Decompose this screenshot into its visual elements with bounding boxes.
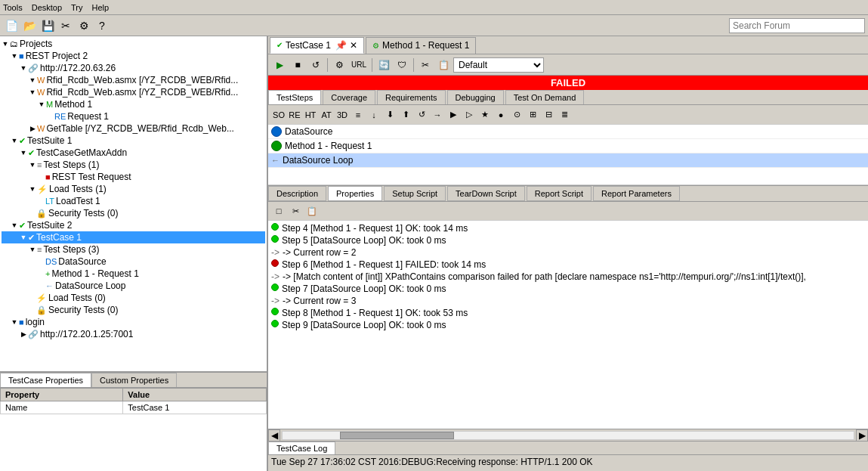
tree-datasource[interactable]: DS DataSource <box>2 256 265 268</box>
sub-tab-teardown-script[interactable]: TearDown Script <box>447 186 525 201</box>
copy-step-button[interactable]: HT <box>303 107 318 122</box>
sub-tab-report-params[interactable]: Report Parameters <box>593 186 680 201</box>
tab-teststeps[interactable]: TestSteps <box>268 90 321 104</box>
tree-login-endpoint[interactable]: ▶ 🔗 http://172.20.1.25:7001 <box>2 328 265 340</box>
step-btn-11[interactable]: ⊙ <box>509 107 524 122</box>
expand-projects[interactable]: ▼ <box>2 40 9 48</box>
sub-tab-report-script[interactable]: Report Script <box>527 186 592 201</box>
expand-rest-project[interactable]: ▼ <box>11 52 18 60</box>
step-btn-14[interactable]: ≣ <box>557 107 572 122</box>
tree-wsdl-1[interactable]: ▼ W Rfid_Rcdb_Web.asmx [/YZ_RCDB_WEB/Rfi… <box>2 74 265 86</box>
options-button[interactable]: ⚙ <box>331 57 348 73</box>
expand-teststeps-1[interactable]: ▼ <box>29 161 36 169</box>
cut-button[interactable]: ✂ <box>57 17 74 34</box>
step-btn-4[interactable]: ⬆ <box>398 107 413 122</box>
menu-desktop[interactable]: Desktop <box>32 3 62 12</box>
tree-request-1[interactable]: RE Request 1 <box>2 110 265 122</box>
search-input[interactable] <box>729 18 865 33</box>
expand-login[interactable]: ▼ <box>11 318 18 326</box>
tree-testsuite-2[interactable]: ▼ ✔ TestSuite 2 <box>2 219 265 231</box>
expand-endpoint-1[interactable]: ▼ <box>20 64 27 72</box>
tab-method-request[interactable]: ⚙ Method 1 - Request 1 <box>366 37 476 54</box>
scroll-track[interactable] <box>282 431 854 440</box>
move-down-button[interactable]: 3D <box>335 107 350 122</box>
sub-tab-properties[interactable]: Properties <box>328 186 382 201</box>
tree-testsuite-1[interactable]: ▼ ✔ TestSuite 1 <box>2 135 265 147</box>
tree-load-tests-1[interactable]: ▼ ⚡ Load Tests (1) <box>2 183 265 195</box>
scissors-button[interactable]: ✂ <box>417 57 434 73</box>
sub-tab-setup-script[interactable]: Setup Script <box>384 186 446 201</box>
add-step-button[interactable]: SO <box>271 107 286 122</box>
step-btn-7[interactable]: ▶ <box>446 107 461 122</box>
expand-testsuite-2[interactable]: ▼ <box>11 222 18 229</box>
tree-testcasegetmax[interactable]: ▼ ✔ TestCaseGetMaxAddn <box>2 147 265 159</box>
reset-button[interactable]: ↺ <box>307 57 324 73</box>
list-item-datasource[interactable]: DataSource <box>268 125 868 139</box>
tree-method-request[interactable]: + Method 1 - Request 1 <box>2 268 265 280</box>
expand-testcase-1[interactable]: ▼ <box>20 234 27 241</box>
tree-load-tests-0[interactable]: ⚡ Load Tests (0) <box>2 292 265 304</box>
remove-step-button[interactable]: RE <box>287 107 302 122</box>
tab-pin-icon[interactable]: 📌 <box>335 40 347 51</box>
step-btn-13[interactable]: ⊟ <box>541 107 556 122</box>
step-btn-6[interactable]: → <box>430 107 445 122</box>
refresh-button[interactable]: 🔄 <box>375 57 392 73</box>
step-btn-8[interactable]: ▷ <box>462 107 477 122</box>
expand-testcasegetmax[interactable]: ▼ <box>20 149 27 156</box>
expand-method-1[interactable]: ▼ <box>38 101 45 108</box>
step-btn-1[interactable]: ≡ <box>351 107 366 122</box>
menu-tools[interactable]: Tools <box>3 3 23 12</box>
tree-projects-header[interactable]: ▼ 🗂 Projects <box>2 38 265 50</box>
tree-loadtest-1[interactable]: LT LoadTest 1 <box>2 195 265 207</box>
tree-rest-test-request[interactable]: ■ REST Test Request <box>2 171 265 183</box>
move-up-button[interactable]: AT <box>319 107 334 122</box>
step-btn-5[interactable]: ↺ <box>414 107 429 122</box>
expand-load-tests-1[interactable]: ▼ <box>29 185 36 193</box>
step-btn-12[interactable]: ⊞ <box>525 107 540 122</box>
expand-wsdl-1[interactable]: ▼ <box>29 76 36 84</box>
tree-testcase-1[interactable]: ▼ ✔ TestCase 1 <box>2 231 265 243</box>
step-btn-2[interactable]: ↓ <box>366 107 381 122</box>
scroll-right-btn[interactable]: ▶ <box>856 429 868 442</box>
copy-log-button[interactable]: 📋 <box>304 203 320 218</box>
run-log-button[interactable]: □ <box>271 203 286 218</box>
tab-debugging[interactable]: Debugging <box>447 90 504 104</box>
expand-login-endpoint[interactable]: ▶ <box>20 330 27 338</box>
shield-button[interactable]: 🛡 <box>394 57 410 73</box>
step-btn-3[interactable]: ⬇ <box>382 107 397 122</box>
menu-help[interactable]: Help <box>92 3 110 12</box>
tab-testcase-1[interactable]: ✔ TestCase 1 📌 ✕ <box>270 37 364 54</box>
menu-try[interactable]: Try <box>71 3 82 12</box>
expand-wsdl-2[interactable]: ▼ <box>29 88 36 96</box>
tree-security-1[interactable]: 🔒 Security Tests (0) <box>2 207 265 219</box>
tab-test-on-demand[interactable]: Test On Demand <box>505 90 585 104</box>
open-button[interactable]: 📂 <box>21 17 38 34</box>
tab-coverage[interactable]: Coverage <box>323 90 375 104</box>
tree-method-1[interactable]: ▼ M Method 1 <box>2 98 265 110</box>
expand-teststeps-3[interactable]: ▼ <box>29 246 36 253</box>
step-btn-10[interactable]: ● <box>493 107 508 122</box>
settings-button[interactable]: ⚙ <box>76 17 92 34</box>
tree-endpoint-1[interactable]: ▼ 🔗 http://172.20.63.26 <box>2 62 265 74</box>
scissors-log-button[interactable]: ✂ <box>288 203 303 218</box>
run-button[interactable]: ▶ <box>271 57 288 73</box>
expand-testsuite-1[interactable]: ▼ <box>11 137 18 144</box>
tab-testcase-log[interactable]: TestCase Log <box>268 442 335 454</box>
tab-close-icon[interactable]: ✕ <box>350 40 357 51</box>
step-btn-9[interactable]: ★ <box>477 107 493 122</box>
tab-custom-properties[interactable]: Custom Properties <box>91 373 177 387</box>
tree-teststeps-3[interactable]: ▼ ≡ Test Steps (3) <box>2 243 265 256</box>
tree-wsdl-2[interactable]: ▼ W Rfid_Rcdb_Web.asmx [/YZ_RCDB_WEB/Rfi… <box>2 86 265 98</box>
tab-testcase-properties[interactable]: TestCase Properties <box>0 373 91 387</box>
tree-login[interactable]: ▼ ■ login <box>2 316 265 328</box>
copy-button[interactable]: 📋 <box>435 57 452 73</box>
sub-tab-description[interactable]: Description <box>268 186 326 201</box>
expand-gettable[interactable]: ▶ <box>29 125 36 132</box>
help-button[interactable]: ? <box>94 17 110 34</box>
save-button[interactable]: 💾 <box>39 17 56 34</box>
tab-requirements[interactable]: Requirements <box>377 90 445 104</box>
profile-dropdown[interactable]: Default <box>453 57 544 73</box>
new-button[interactable]: 📄 <box>3 17 20 34</box>
list-item-method-request[interactable]: Method 1 - Request 1 <box>268 139 868 153</box>
tree-datasource-loop[interactable]: ← DataSource Loop <box>2 280 265 292</box>
